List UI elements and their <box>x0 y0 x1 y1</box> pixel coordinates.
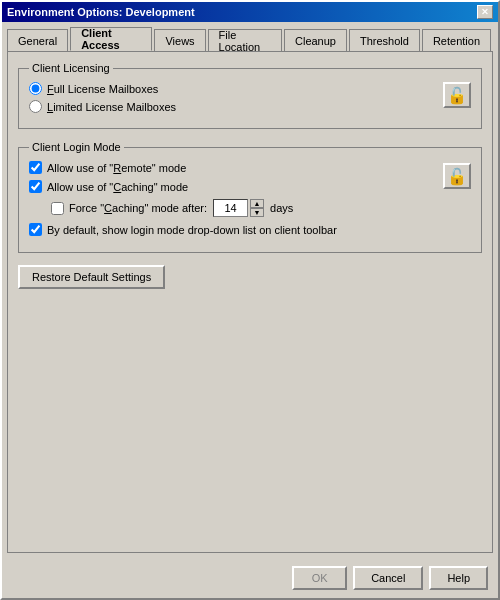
checkbox-caching-label: Allow use of "Caching" mode <box>47 181 188 193</box>
ok-button[interactable]: OK <box>292 566 347 590</box>
checkbox-row-force: Force "Caching" mode after: ▲ ▼ days <box>51 199 435 217</box>
login-mode-options: Allow use of "Remote" mode Allow use of … <box>29 161 435 242</box>
checkbox-remote-label: Allow use of "Remote" mode <box>47 162 186 174</box>
checkbox-row-dropdown: By default, show login mode drop-down li… <box>29 223 435 236</box>
client-licensing-legend: Client Licensing <box>29 62 113 74</box>
licensing-radios: Full License Mailboxes Limited License M… <box>29 82 176 118</box>
radio-limited-label: Limited License Mailboxes <box>47 101 176 113</box>
checkbox-row-caching: Allow use of "Caching" mode <box>29 180 435 193</box>
lock-icon: 🔓 <box>447 86 467 105</box>
checkbox-force-label: Force "Caching" mode after: <box>69 202 207 214</box>
tab-general[interactable]: General <box>7 29 68 51</box>
days-label: days <box>270 202 293 214</box>
radio-full-label: Full License Mailboxes <box>47 83 158 95</box>
checkbox-caching-mode[interactable] <box>29 180 42 193</box>
lock-icon-2: 🔓 <box>447 167 467 186</box>
spinner-container: ▲ ▼ days <box>213 199 293 217</box>
checkbox-remote-mode[interactable] <box>29 161 42 174</box>
radio-row-full: Full License Mailboxes <box>29 82 176 95</box>
tab-threshold[interactable]: Threshold <box>349 29 420 51</box>
client-login-lock-button[interactable]: 🔓 <box>443 163 471 189</box>
main-window: Environment Options: Development ✕ Gener… <box>0 0 500 600</box>
checkbox-force-caching[interactable] <box>51 202 64 215</box>
window-title: Environment Options: Development <box>7 6 195 18</box>
radio-limited-license[interactable] <box>29 100 42 113</box>
client-login-mode-legend: Client Login Mode <box>29 141 124 153</box>
spinner-buttons: ▲ ▼ <box>250 199 264 217</box>
close-button[interactable]: ✕ <box>477 5 493 19</box>
tab-panel-client-access: Client Licensing Full License Mailboxes <box>7 51 493 553</box>
cancel-button[interactable]: Cancel <box>353 566 423 590</box>
title-bar: Environment Options: Development ✕ <box>2 2 498 22</box>
radio-row-limited: Limited License Mailboxes <box>29 100 176 113</box>
days-input[interactable] <box>213 199 248 217</box>
spinner-down-button[interactable]: ▼ <box>250 208 264 217</box>
checkbox-dropdown[interactable] <box>29 223 42 236</box>
restore-default-settings-button[interactable]: Restore Default Settings <box>18 265 165 289</box>
tab-views[interactable]: Views <box>154 29 205 51</box>
client-licensing-group: Client Licensing Full License Mailboxes <box>18 62 482 129</box>
client-login-mode-group: Client Login Mode Allow use of "Remote" … <box>18 141 482 253</box>
tab-cleanup[interactable]: Cleanup <box>284 29 347 51</box>
title-bar-buttons: ✕ <box>477 5 493 19</box>
days-spinner: ▲ ▼ days <box>213 199 293 217</box>
client-licensing-lock-button[interactable]: 🔓 <box>443 82 471 108</box>
tab-bar: General Client Access Views File Locatio… <box>7 27 493 51</box>
spinner-up-button[interactable]: ▲ <box>250 199 264 208</box>
bottom-bar: OK Cancel Help <box>2 558 498 598</box>
radio-full-license[interactable] <box>29 82 42 95</box>
help-button[interactable]: Help <box>429 566 488 590</box>
window-content: General Client Access Views File Locatio… <box>2 22 498 558</box>
tab-retention[interactable]: Retention <box>422 29 491 51</box>
tab-client-access[interactable]: Client Access <box>70 27 152 51</box>
checkbox-row-remote: Allow use of "Remote" mode <box>29 161 435 174</box>
tab-file-location[interactable]: File Location <box>208 29 282 51</box>
checkbox-dropdown-label: By default, show login mode drop-down li… <box>47 224 337 236</box>
